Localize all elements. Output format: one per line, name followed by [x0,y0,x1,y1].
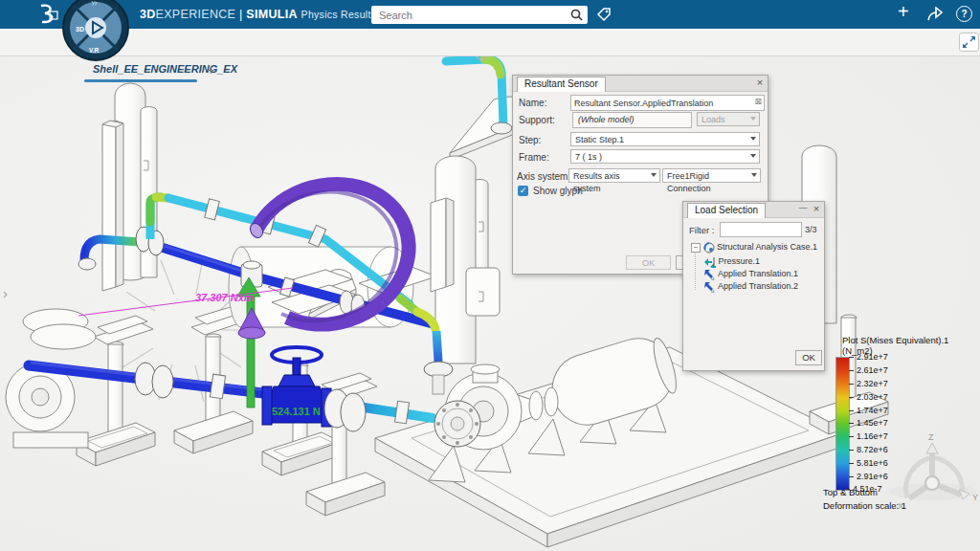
frame-dropdown[interactable]: 7 ( 1s ) [570,149,760,164]
top-app-bar: 3DEXPERIENCE | SIMULIA Physics Results E… [0,0,980,29]
tab-add-button[interactable]: + [207,62,214,77]
tree-root-row[interactable]: − Structural Analysis Case.1 [691,242,817,253]
chevron-down-icon [750,137,756,141]
filter-input-field[interactable] [721,223,801,236]
frame-label: Frame: [519,152,549,163]
legend-value: 2.61e+7 [849,365,888,375]
compass-icon[interactable]: 3D V.R Yr [61,0,130,62]
legend-value: 1.45e+7 [849,418,888,428]
name-label: Name: [519,98,546,108]
analysis-case-icon [703,242,715,253]
moment-value-label: 37.307 Nxm [195,292,254,303]
show-glyph-checkbox[interactable]: ✓ [518,186,528,196]
close-icon[interactable]: × [811,203,822,214]
support-value-box[interactable]: (Whole model) [572,112,692,128]
tree-item-translation-1[interactable]: u Applied Translation.1 [704,269,798,280]
dassault-3ds-logo [34,3,61,26]
legend-section-mode: Top & Bottom [823,487,878,497]
tree-root-label: Structural Analysis Case.1 [717,242,817,252]
svg-text:u: u [711,276,714,280]
legend-value: 2.03e+7 [849,392,888,402]
share-icon[interactable] [926,7,944,22]
dialog-titlebar[interactable]: Resultant Sensor × [513,76,768,92]
clear-input-icon[interactable]: ⊠ [754,97,762,106]
compass-top-label: Yr [91,0,98,7]
chevron-down-icon [750,117,756,121]
close-icon[interactable]: × [754,77,766,88]
legend-value: 1.16e+7 [849,431,888,441]
applied-translation-icon: u [704,269,716,280]
restore-window-button[interactable] [959,33,979,52]
app-window: 37.307 Nxm 524.131 N Z Y X › Plot S(Mise… [0,0,980,551]
filter-count: 3/3 [805,225,817,234]
axis-reference-dropdown[interactable]: Free1Rigid Connection [662,168,761,183]
tab-active[interactable]: Shell_EE_ENGINEERING_EX [93,63,237,75]
filter-input[interactable] [720,222,802,237]
chevron-down-icon [751,173,757,177]
dialog-title: Resultant Sensor [517,77,606,92]
minimize-icon[interactable]: — [797,203,809,212]
results-legend: Plot S(Mises Equivalent).1 (N_m2) 2.91e+… [819,333,980,520]
chevron-down-icon [651,173,657,177]
tree-item-translation-2[interactable]: u Applied Translation.2 [704,281,798,293]
legend-value: 2.91e+7 [849,352,888,362]
axis-system-dropdown[interactable]: Results axis system [568,168,660,183]
chevron-down-icon [750,154,756,158]
search-box[interactable] [371,6,588,24]
force-value-label: 524.131 N [272,406,321,417]
legend-value: 2.91e+6 [849,472,888,481]
tree-item-label: Applied Translation.2 [718,281,798,291]
tree-item-pressure[interactable]: Pressure.1 [704,256,760,268]
legend-value: 8.72e+6 [849,445,888,454]
left-panel-expand-icon[interactable]: › [3,285,8,301]
tab-bar: Shell_EE_ENGINEERING_EX + [0,29,980,56]
legend-value: 2.32e+7 [849,379,888,388]
search-icon[interactable] [570,9,583,21]
support-label: Support: [519,115,555,125]
tree-connector [695,252,697,290]
collapse-arrows-icon [960,33,978,51]
dialog-titlebar[interactable]: Load Selection — × [683,202,824,218]
svg-text:u: u [711,288,714,293]
ok-button[interactable]: OK [626,255,671,270]
search-input[interactable] [371,6,570,24]
axis-system-label: Axis system: [517,171,570,182]
support-type-dropdown[interactable]: Loads [697,112,760,126]
tree-item-label: Pressure.1 [719,256,761,266]
name-input-field[interactable] [571,96,764,110]
dialog-title: Load Selection [687,203,766,218]
tree-item-label: Applied Translation.1 [718,269,798,278]
compass-3d-label: 3D [76,26,84,33]
step-dropdown[interactable]: Static Step.1 [570,132,760,146]
name-input[interactable]: ⊠ [570,95,765,111]
tab-active-underline [84,79,197,82]
ok-button[interactable]: OK [795,350,822,365]
legend-value: 5.81e+6 [849,458,888,468]
applied-translation-icon: u [704,281,716,293]
legend-deformation-scale: Deformation scale: 1 [823,500,906,511]
filter-label: Filter : [689,225,714,235]
compass-vr-label: V.R [89,47,100,54]
load-selection-dialog: Load Selection — × Filter : 3/3 − Struct… [682,201,825,371]
help-icon[interactable]: ? [956,6,972,22]
pressure-icon [704,256,716,268]
legend-value: 1.74e+7 [849,406,888,415]
legend-colorbar [835,357,850,491]
add-icon[interactable]: + [898,1,909,23]
step-label: Step: [519,135,541,145]
tag-icon[interactable] [595,6,612,23]
show-glyph-label: Show glyph [533,186,583,196]
